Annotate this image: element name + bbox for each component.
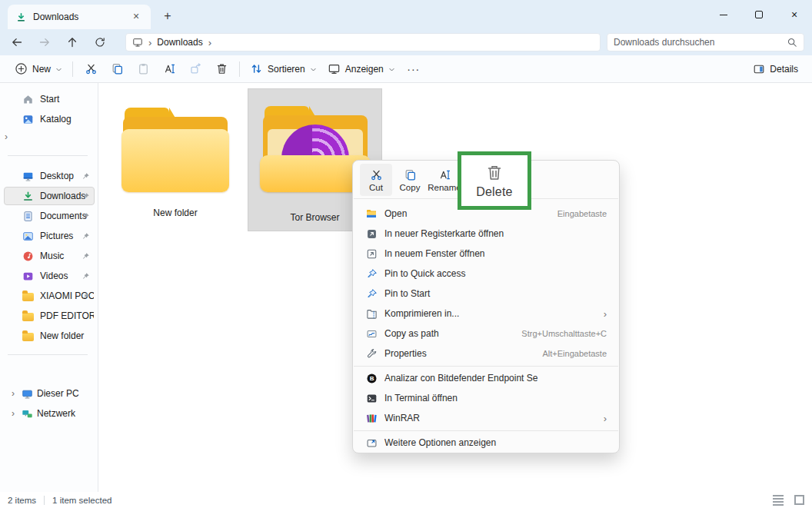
submenu-chevron-icon: ›: [604, 413, 607, 424]
details-pane-icon: [753, 63, 765, 75]
refresh-button[interactable]: [89, 32, 111, 53]
up-button[interactable]: [62, 32, 83, 53]
forward-button[interactable]: [34, 32, 55, 53]
status-bar: 2 items 1 item selected: [0, 492, 812, 508]
large-icons-view-icon[interactable]: [794, 495, 804, 505]
view-button[interactable]: Anzeigen: [322, 58, 401, 80]
sidebar-expander-icon[interactable]: ›: [5, 131, 15, 144]
more-options-button[interactable]: ···: [401, 58, 427, 80]
search-input[interactable]: [614, 37, 787, 48]
monitor-icon: [328, 62, 341, 75]
sidebar-item-start[interactable]: Start: [4, 90, 95, 108]
menu-item-bitdefender-scan[interactable]: B Analizar con Bitdefender Endpoint Se: [356, 368, 616, 388]
open-in-window-icon: [366, 248, 378, 260]
documents-icon: [22, 211, 34, 222]
expand-chevron-icon[interactable]: ›: [8, 388, 18, 399]
plus-circle-icon: [15, 62, 28, 75]
file-tile-new-folder[interactable]: New folder: [115, 88, 235, 227]
toolbar-divider: [72, 61, 73, 77]
network-icon: [22, 408, 33, 420]
trash-icon: [215, 62, 228, 75]
menu-item-open-new-tab[interactable]: In neuer Registerkarte öffnen: [356, 224, 616, 244]
menu-item-compress[interactable]: Komprimieren in... ›: [356, 304, 616, 324]
menu-item-winrar[interactable]: WinRAR ›: [356, 408, 616, 428]
pin-icon: [82, 212, 90, 221]
details-view-icon[interactable]: [773, 495, 784, 506]
tab-downloads[interactable]: Downloads ×: [8, 5, 151, 29]
copy-button[interactable]: [104, 58, 130, 80]
folder-icon: [22, 333, 34, 341]
menu-item-pin-quick-access[interactable]: Pin to Quick access: [356, 264, 616, 284]
window-controls: ×: [706, 0, 812, 29]
minimize-button[interactable]: [706, 0, 741, 29]
maximize-button[interactable]: [741, 0, 777, 29]
sidebar-item-pdf-editor[interactable]: PDF EDITOR: [4, 307, 95, 325]
sidebar-item-videos[interactable]: Videos: [4, 267, 95, 285]
sort-button[interactable]: Sortieren: [245, 58, 322, 80]
command-toolbar: New Sortieren Anzeigen: [0, 55, 812, 83]
gallery-icon: [22, 114, 34, 125]
delete-highlight-box[interactable]: Delete: [458, 151, 531, 210]
sidebar-item-dieser-pc[interactable]: › Dieser PC: [4, 384, 95, 403]
copy-icon: [111, 62, 124, 75]
sidebar-item-documents[interactable]: Documents: [4, 207, 95, 225]
ellipsis-icon: ···: [407, 63, 420, 75]
submenu-chevron-icon: ›: [604, 308, 607, 320]
close-button[interactable]: ×: [777, 0, 812, 29]
close-icon: ×: [791, 9, 797, 20]
delete-button[interactable]: [208, 58, 235, 80]
breadcrumb-downloads[interactable]: Downloads: [157, 37, 202, 48]
context-rename-button[interactable]: Rename: [428, 164, 461, 196]
sidebar-item-downloads[interactable]: Downloads: [4, 187, 95, 205]
trash-icon: [484, 163, 504, 183]
menu-item-pin-to-start[interactable]: Pin to Start: [356, 284, 616, 304]
status-divider: [44, 496, 45, 505]
context-copy-button[interactable]: Copy: [394, 164, 426, 196]
sidebar-item-pictures[interactable]: Pictures: [4, 227, 95, 245]
address-bar[interactable]: › Downloads ›: [125, 33, 601, 51]
expand-chevron-icon[interactable]: ›: [8, 408, 18, 419]
context-cut-button[interactable]: Cut: [360, 164, 392, 196]
pin-icon: [82, 232, 90, 241]
rename-icon: [438, 168, 451, 181]
share-button[interactable]: [182, 58, 208, 80]
chevron-down-icon: [310, 66, 317, 73]
items-count: 2 items: [8, 496, 36, 505]
back-button[interactable]: [6, 32, 28, 53]
tab-close-icon[interactable]: ×: [129, 10, 143, 24]
copy-path-icon: [366, 328, 378, 340]
paste-button[interactable]: [130, 58, 156, 80]
desktop-icon: [22, 171, 34, 182]
arrow-left-icon: [11, 36, 23, 48]
file-list-area[interactable]: New folder Tor Browser Cut: [99, 83, 812, 492]
new-button[interactable]: New: [9, 58, 68, 80]
sidebar-item-music[interactable]: Music: [4, 247, 95, 265]
menu-item-show-more-options[interactable]: Weitere Optionen anzeigen: [356, 433, 616, 453]
details-pane-button[interactable]: Details: [748, 58, 803, 80]
sidebar-divider: [8, 155, 88, 156]
menu-item-properties[interactable]: Properties Alt+Eingabetaste: [356, 344, 616, 364]
view-button-label: Anzeigen: [345, 64, 384, 75]
file-name: New folder: [153, 208, 197, 226]
svg-text:B: B: [369, 375, 374, 382]
sidebar-item-netzwerk[interactable]: › Netzwerk: [4, 404, 95, 423]
sort-icon: [250, 62, 263, 75]
search-box[interactable]: [607, 33, 804, 51]
menu-item-open-in-terminal[interactable]: In Terminal öffnen: [356, 388, 616, 408]
download-tab-icon: [15, 12, 27, 23]
copy-icon: [404, 168, 417, 181]
new-tab-button[interactable]: +: [158, 8, 177, 26]
wrench-icon: [366, 348, 378, 360]
toolbar-divider: [239, 61, 240, 77]
rename-button[interactable]: [156, 58, 182, 80]
pictures-icon: [22, 231, 34, 242]
sidebar-item-new-folder[interactable]: New folder: [4, 327, 95, 345]
sidebar-item-katalog[interactable]: Katalog: [4, 110, 95, 128]
sidebar-item-xiaomi-poco[interactable]: XIAOMI POCO F: [4, 287, 95, 305]
home-icon: [22, 94, 34, 105]
menu-item-copy-as-path[interactable]: Copy as path Strg+Umschalttaste+C: [356, 324, 616, 344]
menu-item-open-new-window[interactable]: In neuem Fenster öffnen: [356, 244, 616, 264]
cut-button[interactable]: [78, 58, 104, 80]
sidebar-item-desktop[interactable]: Desktop: [4, 167, 95, 185]
breadcrumb-chevron-icon-2[interactable]: ›: [208, 37, 211, 48]
